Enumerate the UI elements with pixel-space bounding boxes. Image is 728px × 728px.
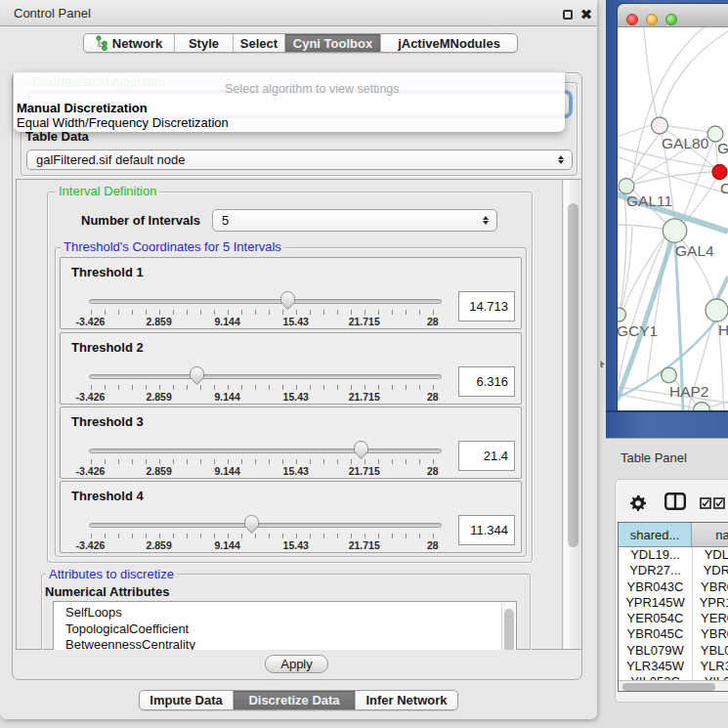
tab-cyni-toolbox[interactable]: Cyni Toolbox — [284, 34, 380, 52]
table-horizontal-scrollbar[interactable] — [619, 680, 728, 693]
tab-select[interactable]: Select — [233, 34, 284, 52]
threshold-slider-track[interactable] — [89, 523, 442, 528]
slider-tick — [105, 310, 106, 315]
apply-button[interactable]: Apply — [265, 655, 328, 673]
gear-icon[interactable] — [630, 495, 646, 511]
algorithm-popup-item[interactable]: Manual Discretization — [17, 101, 148, 115]
control-panel-titlebar[interactable]: Control Panel ✖ — [0, 0, 597, 26]
table-cell[interactable]: YBR045C — [692, 626, 728, 642]
table-cell[interactable]: YPR145W — [692, 595, 728, 611]
slider-thumb[interactable] — [279, 290, 296, 311]
tab-style[interactable]: Style — [174, 34, 233, 52]
table-row[interactable]: YDL19...YDL19... — [619, 547, 728, 563]
threshold-value-field[interactable]: 14.713 — [458, 291, 515, 321]
numerical-attributes-list[interactable]: SelfLoopsTopologicalCoefficientBetweenne… — [53, 601, 517, 650]
table-cell[interactable]: YBR043C — [619, 579, 692, 595]
slider-tick — [200, 459, 201, 464]
main-scrollbar-thumb[interactable] — [568, 203, 578, 547]
threshold-value-field[interactable]: 6.316 — [458, 366, 515, 397]
network-tab-icon — [96, 35, 112, 51]
table-row[interactable]: YER054CYER054C — [619, 611, 728, 626]
slider-thumb[interactable] — [353, 440, 369, 460]
slider-tick — [132, 385, 133, 390]
threshold-value-field[interactable]: 21.4 — [458, 441, 515, 471]
checkbox-icon[interactable] — [700, 497, 711, 509]
table-cell[interactable]: YBR043C — [692, 579, 728, 595]
minimize-traffic-light[interactable] — [646, 14, 658, 25]
threshold-slider-track[interactable] — [89, 299, 442, 304]
slider-tick — [241, 385, 242, 390]
table-cell[interactable]: YLR345W — [692, 659, 728, 674]
table-row[interactable]: YBR045CYBR045C — [619, 626, 728, 642]
table-cell[interactable]: YDR27... — [692, 563, 728, 578]
slider-tick — [228, 385, 229, 390]
attributes-scrollbar-thumb[interactable] — [504, 609, 514, 650]
tab-jactivemnodules[interactable]: jActiveMNodules — [380, 34, 517, 52]
tab-discretize-data[interactable]: Discretize Data — [233, 691, 355, 709]
slider-tick — [187, 310, 188, 315]
table-cell[interactable]: YBL079W — [619, 643, 692, 659]
attribute-list-item[interactable]: BetweennessCentrality — [54, 637, 516, 650]
table-cell[interactable]: YBR045C — [619, 626, 692, 642]
table-cell[interactable]: YER054C — [619, 611, 692, 626]
slider-tick — [214, 385, 215, 390]
network-node[interactable] — [663, 219, 686, 242]
slider-tick-label: 9.144 — [198, 391, 257, 403]
table-data-combo[interactable]: galFiltered.sif default node — [26, 150, 573, 170]
table-cell[interactable]: YDL19... — [619, 547, 692, 563]
main-vertical-scrollbar[interactable] — [564, 180, 581, 649]
close-traffic-light[interactable] — [626, 14, 638, 25]
number-of-intervals-value: 5 — [213, 213, 475, 228]
slider-tick — [132, 310, 133, 315]
attribute-list-item[interactable]: TopologicalCoefficient — [54, 621, 516, 638]
table-hscrollbar-thumb[interactable] — [622, 683, 715, 691]
table-row[interactable]: YBR043CYBR043C — [619, 579, 728, 595]
table-cell[interactable]: YPR145W — [619, 595, 692, 611]
slider-tick — [255, 385, 256, 390]
threshold-panel: Threshold 2-3.4262.8599.14415.4321.71528… — [60, 332, 522, 405]
table-row[interactable]: YPR145WYPR145W — [619, 595, 728, 611]
slider-tick — [392, 459, 393, 464]
table-column-header[interactable]: na... — [692, 523, 728, 547]
slider-tick — [310, 534, 311, 538]
network-canvas[interactable]: GAL80G...C...GAL11GAL4GCY1H...HAP2 — [618, 27, 728, 410]
attributes-list-scrollbar[interactable] — [501, 603, 515, 650]
table-row[interactable]: YDR27...YDR27... — [619, 563, 728, 578]
threshold-slider-track[interactable] — [89, 374, 442, 379]
close-icon[interactable]: ✖ — [579, 7, 593, 22]
network-node[interactable] — [618, 308, 626, 321]
table-cell[interactable]: YDL19... — [692, 547, 728, 563]
network-node[interactable] — [652, 117, 668, 134]
number-of-intervals-combo[interactable]: 5 — [212, 209, 497, 232]
slider-tick — [310, 459, 311, 464]
table-row[interactable]: YBL079WYBL079W — [619, 643, 728, 659]
threshold-value-field[interactable]: 11.344 — [458, 515, 515, 545]
checkbox-icon[interactable] — [713, 497, 725, 509]
tab-network[interactable]: Network — [84, 34, 174, 52]
table-row[interactable]: YLR345WYLR345W — [619, 659, 728, 674]
table-cell[interactable]: YLR345W — [619, 659, 692, 674]
algorithm-popup-prompt[interactable]: Select algorithm to view settings — [225, 82, 400, 96]
network-node[interactable] — [706, 299, 728, 321]
algorithm-popup-item[interactable]: Equal Width/Frequency Discretization — [17, 115, 229, 130]
slider-tick — [105, 459, 106, 464]
tab-infer-network[interactable]: Infer Network — [355, 691, 457, 709]
float-window-icon[interactable] — [563, 10, 573, 20]
split-columns-icon[interactable] — [664, 492, 686, 510]
slider-thumb[interactable] — [189, 365, 205, 386]
slider-thumb[interactable] — [243, 514, 260, 535]
network-node[interactable] — [662, 367, 677, 383]
table-cell[interactable]: YBL079W — [692, 643, 728, 659]
number-of-intervals-label: Number of Intervals — [81, 213, 200, 228]
zoom-traffic-light[interactable] — [665, 14, 677, 25]
tab-label: Discretize Data — [248, 693, 339, 707]
table-cell[interactable]: YDR27... — [619, 563, 692, 578]
attribute-list-item[interactable]: SelfLoops — [54, 605, 516, 621]
slider-tick — [200, 534, 201, 538]
threshold-slider-track[interactable] — [89, 449, 442, 453]
table-cell[interactable]: YER054C — [692, 611, 728, 626]
table-column-header[interactable]: shared... — [619, 523, 692, 547]
network-node[interactable] — [712, 165, 727, 180]
tab-impute-data[interactable]: Impute Data — [140, 691, 233, 709]
network-window-titlebar[interactable] — [618, 4, 728, 27]
